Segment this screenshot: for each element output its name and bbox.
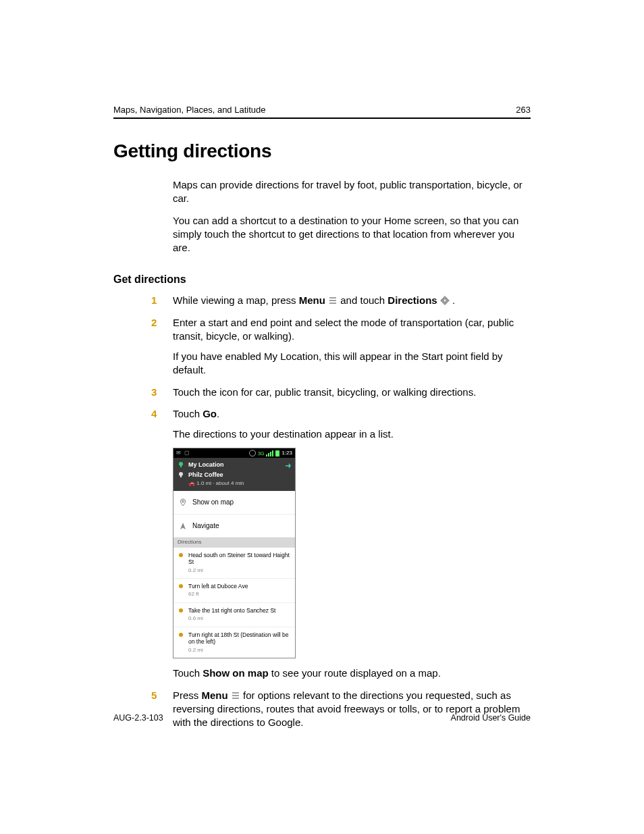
- battery-icon: [275, 450, 279, 457]
- direction-text: Take the 1st right onto Sanchez St: [188, 607, 291, 614]
- directions-list-header: Directions: [173, 538, 295, 548]
- svg-rect-7: [180, 475, 182, 477]
- location-header: My Location Philz Coffee �: [173, 458, 295, 491]
- step-number: 1: [151, 294, 157, 307]
- step-dot-icon: [179, 584, 183, 588]
- page-footer: AUG-2.3-103 Android User's Guide: [113, 713, 531, 723]
- header-page-number: 263: [516, 105, 531, 115]
- step-number: 5: [151, 689, 157, 702]
- header-section: Maps, Navigation, Places, and Latitude: [113, 105, 265, 115]
- from-pin-icon: [178, 461, 184, 468]
- to-label: Philz Coffee: [188, 471, 223, 479]
- status-bar: ✉ ▢ 3G 1:23: [173, 448, 295, 458]
- step-1: 1 While viewing a map, press Menu and to…: [173, 294, 531, 307]
- step-dot-icon: [179, 608, 183, 613]
- page-content: Getting directions Maps can provide dire…: [113, 134, 531, 746]
- step-number: 2: [151, 316, 157, 330]
- footer-right: Android User's Guide: [451, 713, 531, 723]
- edit-icon[interactable]: [286, 463, 291, 469]
- step-3: 3 Touch the icon for car, public transit…: [173, 386, 531, 399]
- intro-block: Maps can provide directions for travel b…: [173, 178, 531, 255]
- step-2-text-b: If you have enabled My Location, this wi…: [173, 350, 531, 377]
- direction-item[interactable]: Head south on Steiner St toward Haight S…: [173, 548, 295, 579]
- step-4-go: Go: [203, 408, 217, 419]
- direction-distance: 62 ft: [188, 591, 291, 598]
- status-right: 3G 1:23: [249, 450, 292, 457]
- step-number: 3: [151, 386, 157, 399]
- intro-para-1: Maps can provide directions for travel b…: [173, 178, 531, 206]
- step-2: 2 Enter a start and end point and select…: [173, 316, 531, 377]
- navigate-label: Navigate: [192, 521, 219, 531]
- directions-icon: [440, 295, 450, 305]
- direction-item[interactable]: Turn left at Duboce Ave 62 ft: [173, 579, 295, 603]
- direction-text: Turn right at 18th St (Destination will …: [188, 631, 291, 645]
- direction-text: Head south on Steiner St toward Haight S…: [188, 552, 291, 565]
- show-on-map-option[interactable]: Show on map: [173, 491, 295, 515]
- step-number: 4: [151, 407, 157, 421]
- step-1-text-a: While viewing a map, press: [173, 294, 299, 306]
- svg-rect-5: [180, 465, 182, 467]
- mail-icon: ✉: [176, 450, 181, 457]
- step-1-text-c: .: [452, 294, 455, 306]
- step-4-text-a: Touch: [173, 408, 203, 419]
- car-icon: 🚗: [188, 480, 196, 486]
- navigate-icon: [179, 522, 187, 530]
- step-4-text-b: .: [217, 408, 219, 419]
- direction-distance: 0.2 mi: [188, 647, 291, 654]
- direction-item[interactable]: Take the 1st right onto Sanchez St 0.6 m…: [173, 603, 295, 627]
- step-5-menu: Menu: [202, 689, 228, 701]
- step-list: 1 While viewing a map, press Menu and to…: [173, 294, 531, 729]
- intro-para-2: You can add a shortcut to a destination …: [173, 214, 531, 255]
- step-5-text-a: Press: [173, 689, 202, 701]
- status-clock: 1:23: [281, 450, 292, 457]
- map-pin-icon: [179, 498, 187, 506]
- data-icon: 3G: [258, 450, 264, 457]
- footer-left: AUG-2.3-103: [113, 713, 163, 723]
- menu-icon: [231, 690, 240, 700]
- to-pin-icon: [178, 471, 184, 478]
- svg-point-8: [182, 500, 184, 502]
- status-left-icons: ✉ ▢: [176, 450, 192, 457]
- step-3-text: Touch the icon for car, public transit, …: [173, 386, 531, 399]
- step-4-after-a: Touch: [173, 667, 203, 679]
- step-2-text-a: Enter a start and end point and select t…: [173, 316, 531, 344]
- step-1-menu: Menu: [299, 294, 325, 306]
- navigate-option[interactable]: Navigate: [173, 515, 295, 538]
- show-on-map-label: Show on map: [192, 498, 234, 507]
- step-dot-icon: [179, 633, 183, 637]
- page-header: Maps, Navigation, Places, and Latitude 2…: [113, 105, 531, 119]
- direction-distance: 0.2 mi: [188, 567, 291, 575]
- menu-icon: [328, 295, 338, 305]
- step-1-directions: Directions: [387, 294, 437, 306]
- step-dot-icon: [179, 553, 183, 557]
- direction-item[interactable]: Turn right at 18th St (Destination will …: [173, 627, 295, 658]
- gps-icon: [249, 450, 256, 457]
- page-title: Getting directions: [113, 140, 531, 162]
- step-5: 5 Press Menu for options relevant to the…: [173, 689, 531, 730]
- route-summary: 🚗 1.0 mi · about 4 min: [188, 480, 244, 488]
- step-4-show-on-map: Show on map: [203, 667, 269, 679]
- step-4: 4 Touch Go. The directions to your desti…: [173, 407, 531, 681]
- app-icon: ▢: [184, 450, 190, 457]
- subheading: Get directions: [113, 273, 531, 286]
- signal-icon: [266, 450, 273, 457]
- from-label: My Location: [188, 461, 224, 469]
- step-4-text-c: The directions to your destination appea…: [173, 427, 531, 441]
- direction-text: Turn left at Duboce Ave: [188, 583, 291, 590]
- step-4-after-c: to see your route displayed on a map.: [269, 667, 441, 679]
- phone-screenshot: ✉ ▢ 3G 1:23: [173, 448, 296, 658]
- step-1-text-b: and touch: [340, 294, 387, 306]
- direction-distance: 0.6 mi: [188, 615, 291, 623]
